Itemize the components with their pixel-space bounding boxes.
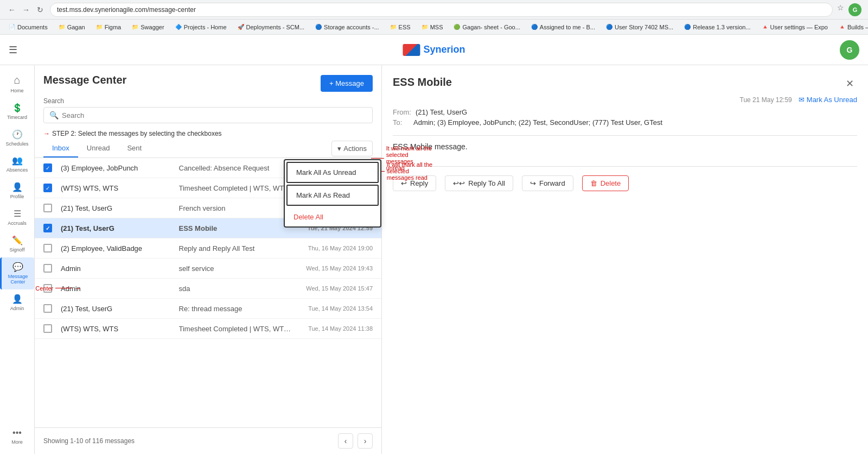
actions-button[interactable]: ▾ Actions [331, 141, 373, 156]
step2-arrow-icon: → [43, 130, 50, 137]
message-checkbox-7[interactable] [43, 284, 52, 293]
sender-name-8: (21) Test, UserG [61, 305, 179, 313]
app-logo: Synerion [403, 44, 465, 56]
back-button[interactable]: ← [7, 4, 17, 15]
tab-sent[interactable]: Sent [118, 140, 150, 157]
forward-icon: ↪ [530, 179, 536, 187]
timecard-icon: 💲 [12, 103, 23, 113]
from-row: From: (21) Test, UserG [393, 108, 857, 116]
sidebar-item-home[interactable]: ⌂ Home [0, 70, 34, 98]
dropdown-mark-all-read[interactable]: Mark All As Read [286, 185, 379, 206]
search-label: Search [43, 97, 373, 105]
bookmark-userstory[interactable]: 🔵User Story 7402 MS... [602, 23, 678, 31]
next-page-button[interactable]: › [358, 433, 373, 449]
message-row[interactable]: Admin self service Wed, 15 May 2024 19:4… [35, 258, 381, 279]
detail-subject: ESS Mobile [393, 76, 452, 89]
address-bar[interactable]: test.mss.dev.synerionagile.com/message-c… [50, 3, 833, 17]
bookmark-projects[interactable]: 🔷Projects - Home [171, 23, 231, 31]
bookmark-builds[interactable]: 🔺Builds — @synerion... [834, 23, 868, 31]
sender-name-5: (2) Employee, ValidBadge [61, 244, 179, 253]
admin-icon: 👤 [12, 294, 23, 304]
bookmark-gagan[interactable]: 📁Gagan [54, 23, 90, 31]
sidebar-label-profile: Profile [10, 194, 24, 200]
bookmark-deployments[interactable]: 🚀Deployments - SCM... [233, 23, 309, 31]
pagination-buttons: ‹ › [338, 433, 373, 449]
bookmark-documents[interactable]: 📄Documents [4, 23, 52, 31]
home-icon: ⌂ [14, 74, 20, 86]
user-avatar[interactable]: G [840, 40, 859, 60]
detail-timestamp: Tue 21 May 12:59 [740, 96, 792, 104]
sidebar-label-admin: Admin [10, 306, 24, 312]
refresh-button[interactable]: ↻ [35, 4, 46, 15]
message-checkbox-8[interactable] [43, 304, 52, 313]
mark-as-unread-button[interactable]: ✉ Mark As Unread [799, 96, 857, 104]
dropdown-delete-all[interactable]: Delete All [285, 207, 380, 226]
date-7: Wed, 15 May 2024 15:47 [297, 285, 373, 292]
dropdown-mark-all-unread[interactable]: Mark All As Unread [286, 162, 379, 183]
mark-unread-label: Mark As Unread [807, 96, 857, 104]
step2-text: STEP 2: Select the messages by selecting… [52, 130, 222, 137]
close-detail-button[interactable]: ✕ [842, 76, 857, 91]
sidebar-item-admin[interactable]: 👤 Admin [0, 289, 34, 316]
subject-3: French version [179, 204, 297, 212]
to-row: To: Admin; (3) Employee, JobPunch; (22) … [393, 118, 857, 127]
forward-button[interactable]: ↪ Forward [522, 175, 573, 191]
sender-name-2: (WTS) WTS, WTS [61, 184, 179, 192]
browser-avatar[interactable]: G [848, 3, 861, 16]
sidebar-item-more[interactable]: ••• More [0, 424, 34, 450]
new-message-button[interactable]: + Message [321, 75, 373, 92]
bookmark-storage[interactable]: 🔵Storage accounts -... [311, 23, 384, 31]
bookmark-swagger[interactable]: 📁Swagger [127, 23, 168, 31]
message-row[interactable]: (2) Employee, ValidBadge Reply and Reply… [35, 238, 381, 258]
actions-label: Actions [343, 144, 367, 153]
detail-header: ESS Mobile ✕ [393, 76, 857, 91]
message-checkbox-1[interactable]: ✓ [43, 163, 52, 172]
message-row[interactable]: Admin sda Wed, 15 May 2024 15:47 [35, 279, 381, 299]
bookmark-assigned[interactable]: 🔵Assigned to me - B... [527, 23, 599, 31]
reply-all-button[interactable]: ↩↩ Reply To All [445, 175, 513, 191]
prev-page-button[interactable]: ‹ [338, 433, 353, 449]
sidebar-item-message-center[interactable]: 💬 Message Center [0, 257, 34, 290]
tab-unread[interactable]: Unread [78, 140, 119, 157]
browser-controls: ← → ↻ [7, 4, 46, 15]
step2-instruction: → STEP 2: Select the messages by selecti… [35, 128, 381, 140]
bookmark-ess[interactable]: 📁ESS [386, 23, 415, 31]
bookmark-mss[interactable]: 📁MSS [417, 23, 448, 31]
sidebar-item-profile[interactable]: 👤 Profile [0, 178, 34, 204]
delete-button[interactable]: 🗑 Delete [582, 175, 629, 191]
bookmark-release[interactable]: 🔵Release 1.3 version... [680, 23, 755, 31]
search-input[interactable] [62, 111, 367, 119]
message-checkbox-4[interactable]: ✓ [43, 224, 52, 232]
reply-label: Reply [410, 179, 428, 187]
sidebar-item-timecard[interactable]: 💲 Timecard [0, 98, 34, 125]
subject-7: sda [179, 285, 297, 293]
sender-name-9: (WTS) WTS, WTS [61, 325, 179, 333]
sidebar-item-schedules[interactable]: 🕐 Schedules [0, 125, 34, 152]
bookmark-usersettings[interactable]: 🔺User settings — Expo [757, 23, 832, 31]
sidebar: ⌂ Home 💲 Timecard 🕐 Schedules 👥 Absences… [0, 65, 35, 454]
message-row[interactable]: (21) Test, UserG Re: thread message Tue,… [35, 299, 381, 319]
star-icon[interactable]: ☆ [837, 3, 844, 16]
sidebar-item-accruals[interactable]: ☰ Accruals [0, 204, 34, 231]
message-center-icon: 💬 [12, 262, 23, 272]
message-checkbox-3[interactable] [43, 204, 52, 212]
tab-inbox[interactable]: Inbox [43, 140, 78, 157]
subject-4: ESS Mobile [179, 224, 297, 232]
message-list-panel: Message Center + Message Search 🔍 → STEP… [35, 65, 382, 454]
message-checkbox-9[interactable] [43, 324, 52, 333]
sidebar-item-absences[interactable]: 👥 Absences [0, 151, 34, 178]
forward-button[interactable]: → [21, 4, 31, 15]
subject-8: Re: thread message [179, 305, 297, 313]
message-checkbox-2[interactable]: ✓ [43, 184, 52, 192]
message-checkbox-6[interactable] [43, 264, 52, 273]
message-row[interactable]: (WTS) WTS, WTS Timesheet Completed | WTS… [35, 319, 381, 339]
schedules-icon: 🕐 [12, 129, 23, 140]
sidebar-item-signoff[interactable]: ✏️ Signoff [0, 231, 34, 257]
browser-icons: ☆ G [837, 3, 861, 16]
signoff-icon: ✏️ [12, 235, 23, 245]
message-checkbox-5[interactable] [43, 244, 52, 253]
reply-button[interactable]: ↩ Reply [393, 175, 436, 191]
hamburger-icon[interactable]: ☰ [9, 44, 17, 56]
bookmark-figma[interactable]: 📁Figma [92, 23, 126, 31]
bookmark-sheet[interactable]: 🟢Gagan- sheet - Goo... [449, 23, 524, 31]
